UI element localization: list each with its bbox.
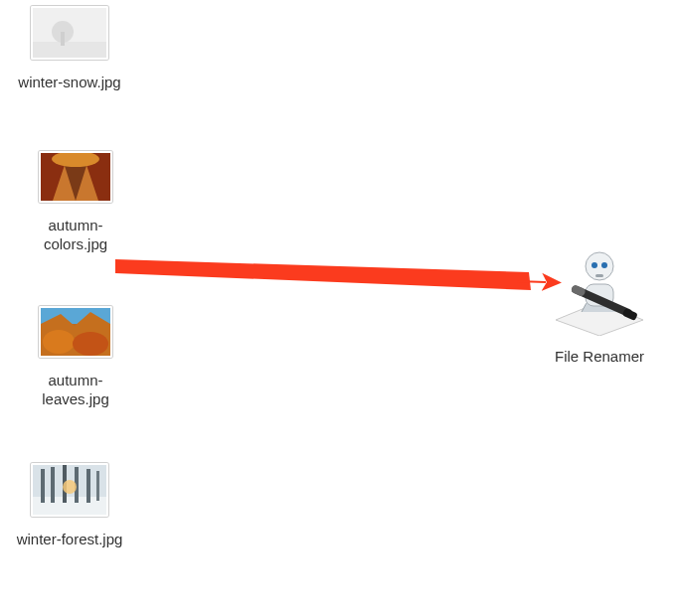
app-name-label: File Renamer: [545, 348, 654, 365]
file-item[interactable]: winter-forest.jpg: [10, 463, 129, 549]
autumn-leaves-thumb-icon: [41, 308, 110, 356]
automator-app-icon: [552, 246, 647, 336]
file-name-label: autumn-colors.jpg: [16, 217, 135, 254]
svg-rect-3: [61, 32, 65, 46]
file-name-label: autumn-leaves.jpg: [16, 372, 135, 409]
svg-rect-17: [51, 467, 55, 503]
svg-line-35: [517, 281, 546, 282]
svg-point-22: [63, 480, 77, 494]
app-droplet[interactable]: File Renamer: [545, 246, 654, 365]
svg-rect-16: [41, 469, 45, 503]
svg-rect-20: [86, 469, 90, 503]
svg-rect-21: [96, 471, 99, 501]
svg-rect-1: [33, 42, 106, 58]
svg-point-13: [73, 332, 108, 356]
autumn-colors-thumb-icon: [41, 153, 110, 201]
file-item[interactable]: winter-snow.jpg: [10, 6, 129, 92]
file-item[interactable]: autumn-leaves.jpg: [16, 306, 135, 409]
winter-snow-thumb-icon: [33, 8, 106, 58]
svg-point-28: [601, 262, 607, 268]
file-thumbnail: [16, 306, 135, 358]
file-thumbnail: [10, 6, 129, 60]
svg-rect-29: [595, 274, 603, 277]
file-name-label: winter-snow.jpg: [10, 74, 129, 92]
svg-marker-34: [115, 259, 531, 290]
winter-forest-thumb-icon: [33, 465, 106, 515]
file-thumbnail: [10, 463, 129, 517]
svg-point-27: [592, 262, 597, 268]
file-item[interactable]: autumn-colors.jpg: [16, 151, 135, 254]
file-thumbnail: [16, 151, 135, 203]
svg-point-12: [43, 330, 75, 354]
file-name-label: winter-forest.jpg: [10, 531, 129, 549]
